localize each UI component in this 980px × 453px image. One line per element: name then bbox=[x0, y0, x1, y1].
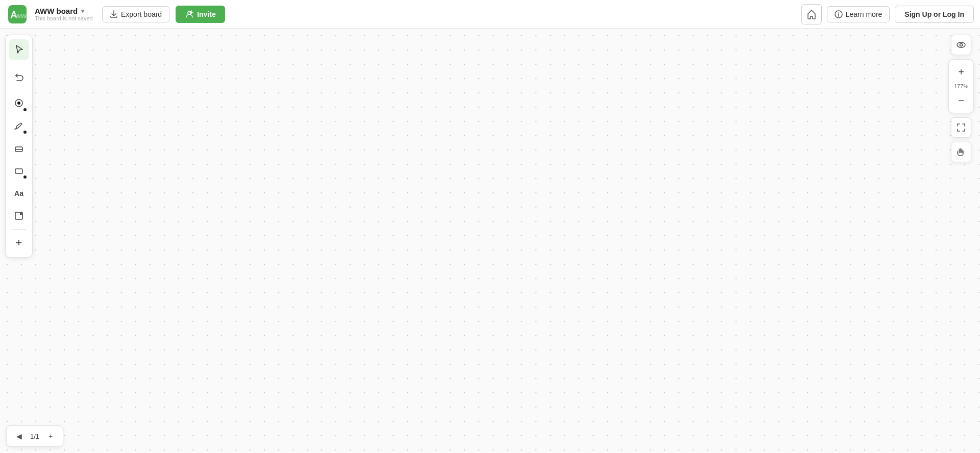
svg-point-6 bbox=[17, 102, 20, 105]
svg-point-11 bbox=[960, 44, 963, 46]
learn-more-button[interactable]: Learn more bbox=[827, 6, 890, 22]
header: A ww AWW board ▼ This board is not saved… bbox=[0, 0, 980, 29]
svg-text:ww: ww bbox=[15, 12, 27, 20]
prev-page-button[interactable]: ◀ bbox=[12, 429, 26, 443]
export-button[interactable]: Export board bbox=[102, 6, 169, 22]
color-tool[interactable] bbox=[9, 93, 29, 114]
header-right: Learn more Sign Up or Log In bbox=[801, 4, 974, 24]
fit-screen-button[interactable] bbox=[951, 117, 971, 138]
shape-icon bbox=[14, 166, 24, 176]
toolbar-separator-1 bbox=[12, 63, 26, 63]
info-icon bbox=[835, 10, 843, 18]
home-icon bbox=[806, 9, 817, 19]
undo-icon bbox=[14, 71, 24, 82]
svg-point-10 bbox=[957, 42, 965, 47]
zoom-in-button[interactable]: + bbox=[952, 63, 970, 81]
toolbar-separator-3 bbox=[12, 229, 26, 230]
sticky-note-tool[interactable] bbox=[9, 206, 29, 226]
eraser-icon bbox=[14, 143, 24, 154]
home-button[interactable] bbox=[801, 4, 822, 24]
signup-button[interactable]: Sign Up or Log In bbox=[895, 6, 974, 23]
zoom-controls: + 177% − bbox=[948, 59, 974, 113]
prev-page-icon: ◀ bbox=[16, 432, 22, 440]
select-tool[interactable] bbox=[9, 39, 29, 60]
board-title: AWW board bbox=[35, 7, 78, 15]
eye-icon bbox=[955, 39, 967, 51]
canvas[interactable] bbox=[0, 29, 980, 453]
app-logo: A ww bbox=[6, 3, 29, 26]
text-tool[interactable]: Aa bbox=[9, 183, 29, 204]
page-navigation: ◀ 1/1 + bbox=[6, 425, 63, 447]
board-subtitle: This board is not saved bbox=[35, 15, 96, 21]
invite-button[interactable]: Invite bbox=[176, 6, 225, 23]
add-page-icon: + bbox=[48, 432, 53, 440]
pen-dot bbox=[23, 131, 27, 134]
pan-tool-button[interactable] bbox=[951, 142, 971, 162]
svg-point-3 bbox=[188, 11, 191, 14]
add-more-button[interactable]: + bbox=[9, 233, 29, 253]
dropdown-icon: ▼ bbox=[80, 8, 86, 15]
invite-icon bbox=[185, 10, 194, 19]
shape-dot bbox=[23, 175, 27, 179]
right-toolbar: + 177% − bbox=[948, 35, 974, 162]
zoom-out-button[interactable]: − bbox=[952, 91, 970, 110]
color-icon bbox=[13, 98, 24, 109]
eraser-tool[interactable] bbox=[9, 138, 29, 159]
toolbar-separator-2 bbox=[12, 90, 26, 90]
sticky-icon bbox=[14, 211, 24, 221]
undo-button[interactable] bbox=[9, 66, 29, 87]
zoom-out-icon: − bbox=[958, 95, 964, 107]
left-toolbar: Aa + bbox=[5, 35, 33, 258]
fit-icon bbox=[957, 123, 966, 132]
plus-icon: + bbox=[16, 236, 22, 249]
page-indicator: 1/1 bbox=[28, 433, 41, 440]
zoom-in-icon: + bbox=[958, 66, 964, 78]
svg-rect-8 bbox=[15, 169, 22, 173]
cursor-icon bbox=[14, 44, 24, 55]
pen-icon bbox=[14, 121, 24, 131]
board-title-area[interactable]: AWW board ▼ This board is not saved bbox=[35, 7, 96, 21]
zoom-value: 177% bbox=[952, 82, 970, 90]
export-icon bbox=[110, 10, 118, 18]
add-page-button[interactable]: + bbox=[43, 429, 58, 443]
text-icon: Aa bbox=[14, 189, 23, 197]
pen-tool[interactable] bbox=[9, 116, 29, 136]
color-dot bbox=[23, 108, 27, 111]
shape-tool[interactable] bbox=[9, 161, 29, 181]
view-mode-button[interactable] bbox=[951, 35, 971, 55]
hand-icon bbox=[956, 147, 966, 157]
